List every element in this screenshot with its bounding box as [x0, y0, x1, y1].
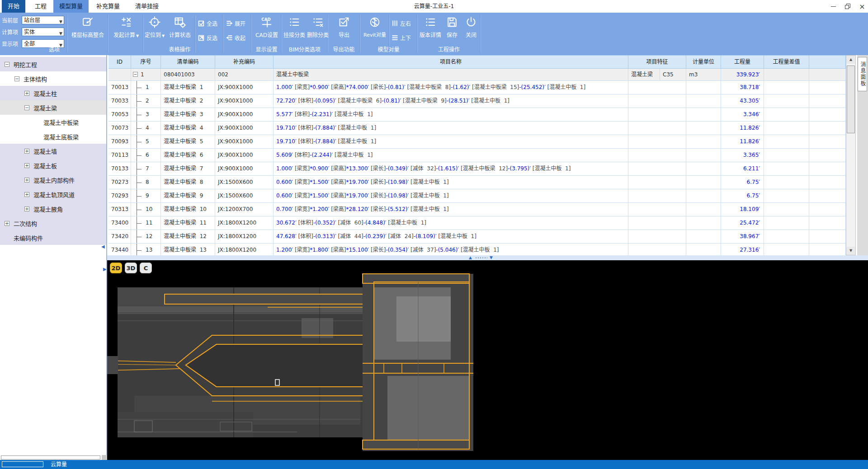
cad-viewport[interactable]: 2D 3D C	[107, 260, 868, 460]
revit-compare-button[interactable]: Revit对量	[361, 14, 388, 44]
tree-expand-icon[interactable]: +	[24, 91, 29, 96]
ribbon: 当前层 站台层 ▼ 计算项 实体 ▼ 显示项 全部 ▼	[0, 13, 868, 55]
tree-item[interactable]: 未编码构件	[0, 230, 106, 245]
tree-expand-icon[interactable]: +	[5, 221, 9, 226]
table-row[interactable]: 701337混凝土中板梁 7JX:900X10001.000′ [梁宽]*0.9…	[108, 162, 846, 176]
calc-item-value: 实体	[24, 29, 35, 35]
view-cad-button[interactable]: C	[140, 263, 152, 273]
restore-icon[interactable]	[844, 3, 851, 9]
column-header[interactable]: 序号	[131, 56, 161, 68]
tab-project[interactable]: 工程	[28, 0, 53, 13]
cad-settings-button[interactable]: CAD CAD设置	[253, 14, 281, 44]
column-header[interactable]: 计量单位	[686, 56, 721, 68]
expand-icon	[226, 20, 233, 27]
tree-collapse-icon[interactable]: −	[14, 76, 19, 81]
column-header[interactable]: ID	[108, 56, 131, 68]
compare-left-right-button[interactable]: 左右	[392, 18, 411, 28]
table-row[interactable]: 702939混凝土中板梁 9JX:1500X6000.600′ [梁宽]*1.5…	[108, 189, 846, 203]
table-row[interactable]: 700935混凝土中板梁 5JX:900X100019.710′ [体积]-(7…	[108, 135, 846, 149]
tree-item-label: 未编码构件	[14, 234, 43, 242]
table-row[interactable]: 701136混凝土中板梁 6JX:900X10005.609′ [体积]-(2.…	[108, 149, 846, 162]
tree-item[interactable]: +混凝土内部构件	[0, 173, 106, 187]
calc-item-select[interactable]: 实体 ▼	[22, 28, 64, 36]
tree-expand-icon[interactable]: +	[24, 178, 29, 183]
locate-button[interactable]: 定位到▼	[144, 14, 165, 44]
table-row[interactable]: 702738混凝土中板梁 8JX:1500X6000.600′ [梁宽]*1.5…	[108, 176, 846, 189]
view-3d-button[interactable]: 3D	[125, 263, 137, 273]
scroll-up-icon[interactable]: ▲	[846, 56, 855, 64]
tree-expand-icon[interactable]: +	[24, 163, 29, 168]
tree-item[interactable]: +混凝土柱	[0, 86, 106, 100]
scroll-down-icon[interactable]: ▼	[846, 247, 855, 255]
delete-classification-button[interactable]: 删除分类	[307, 14, 329, 44]
view-2d-button[interactable]: 2D	[110, 263, 122, 273]
tab-model-quantity[interactable]: 模型算量	[53, 0, 89, 13]
tree-item[interactable]: −混凝土梁	[0, 100, 106, 115]
sidebar-collapse-icon[interactable]: ◀	[101, 244, 105, 249]
tree-item[interactable]: +混凝土板	[0, 158, 106, 173]
table-row[interactable]: 700332混凝土中板梁 2JX:900X100072.720′ [体积]-(0…	[108, 94, 846, 108]
table-row[interactable]: 7344013混凝土中板梁 13JX:1800X12001.200′ [梁宽]*…	[108, 244, 846, 255]
table-row[interactable]: 700533混凝土中板梁 3JX:900X10005.577′ [体积]-(2.…	[108, 108, 846, 122]
save-button[interactable]: 保存	[443, 14, 461, 44]
message-panel-tab[interactable]: 消息面板	[858, 57, 867, 91]
cad-drawing[interactable]	[107, 260, 868, 460]
floor-elevation-integrate-button[interactable]: 楼层标高整合	[68, 14, 108, 44]
tree-expand-icon[interactable]: +	[24, 192, 29, 197]
column-header[interactable]: 补充编码	[215, 56, 274, 68]
sidebar-hscrollbar[interactable]	[1, 455, 100, 460]
start-calculation-button[interactable]: 发起计算▼	[109, 14, 143, 44]
table-group-row[interactable]: −1080401003002混凝土中板梁混凝土梁C35m3339.923′	[108, 69, 846, 81]
tab-start[interactable]: 开始	[2, 0, 25, 13]
scroll-thumb[interactable]	[847, 66, 855, 133]
column-header[interactable]: 工程量	[721, 56, 764, 68]
splitter-up-icon[interactable]: ▲	[469, 255, 472, 260]
minimize-icon[interactable]	[830, 3, 836, 9]
column-header[interactable]: 工程量差值	[764, 56, 809, 68]
tree-collapse-icon[interactable]: −	[5, 62, 9, 67]
table-row[interactable]: 7340011混凝土中板梁 11JX:1800X120030.672′ [体积]…	[108, 216, 846, 230]
column-header[interactable]: 项目名称	[274, 56, 628, 68]
tree-item[interactable]: 混凝土中板梁	[0, 115, 106, 129]
close-project-button[interactable]: 关闭	[462, 14, 480, 44]
group-label-options: 选项	[0, 45, 108, 54]
table-row[interactable]: 7031310混凝土中板梁 10JX:1200X7000.700′ [梁宽]*1…	[108, 203, 846, 216]
viewer-expand-icon[interactable]: ▶	[103, 267, 107, 272]
splitter-grip[interactable]	[476, 257, 487, 258]
list-detail-icon	[424, 14, 437, 30]
collapse-rows-button[interactable]: 收起	[226, 33, 245, 42]
current-floor-select[interactable]: 站台层 ▼	[22, 16, 64, 24]
tree-expand-icon[interactable]: +	[24, 149, 29, 154]
invert-selection-button[interactable]: 反选	[198, 33, 217, 42]
version-details-button[interactable]: 版本详情	[419, 14, 442, 44]
column-header[interactable]: 项目特征	[628, 56, 686, 68]
table-row[interactable]: 7342012混凝土中板梁 12JX:1800X120047.628′ [体积]…	[108, 230, 846, 244]
row-collapse-icon[interactable]: −	[133, 72, 138, 77]
table-row[interactable]: 700131混凝土中板梁 1JX:900X10001.000′ [梁宽]*0.9…	[108, 81, 846, 94]
tree-item[interactable]: −明挖工程	[0, 57, 106, 71]
link-classification-button[interactable]: 挂接分类	[283, 14, 306, 44]
tree-item[interactable]: +混凝土腋角	[0, 202, 106, 216]
calculation-status-button[interactable]: 计算状态	[165, 14, 194, 44]
select-all-button[interactable]: 全选	[198, 18, 217, 28]
tree-item[interactable]: 混凝土底板梁	[0, 129, 106, 144]
close-icon[interactable]: ×	[859, 3, 865, 9]
tree-collapse-icon[interactable]: −	[24, 105, 29, 110]
compare-up-down-button[interactable]: 上下	[392, 33, 411, 42]
tree-item[interactable]: +混凝土墙	[0, 144, 106, 158]
table-row[interactable]: 700734混凝土中板梁 4JX:900X100019.710′ [体积]-(7…	[108, 122, 846, 135]
table-view-splitter[interactable]: ▲ ▼	[107, 255, 868, 260]
tree-item[interactable]: +混凝土轨顶风道	[0, 187, 106, 202]
column-header[interactable]	[809, 56, 846, 68]
tab-list-link[interactable]: 清单挂接	[130, 0, 164, 13]
column-header[interactable]: 清单编码	[161, 56, 215, 68]
expand-rows-button[interactable]: 展开	[226, 18, 245, 28]
splitter-down-icon[interactable]: ▼	[490, 255, 493, 260]
group-label-display: 显示设置	[252, 45, 281, 54]
tree-item[interactable]: −主体结构	[0, 71, 106, 86]
tree-item[interactable]: +二次结构	[0, 216, 106, 230]
table-vscrollbar[interactable]: ▲ ▼	[846, 55, 856, 255]
export-button[interactable]: 导出	[329, 14, 359, 44]
tab-supplement-quantity[interactable]: 补充算量	[91, 0, 125, 13]
tree-expand-icon[interactable]: +	[24, 206, 29, 211]
